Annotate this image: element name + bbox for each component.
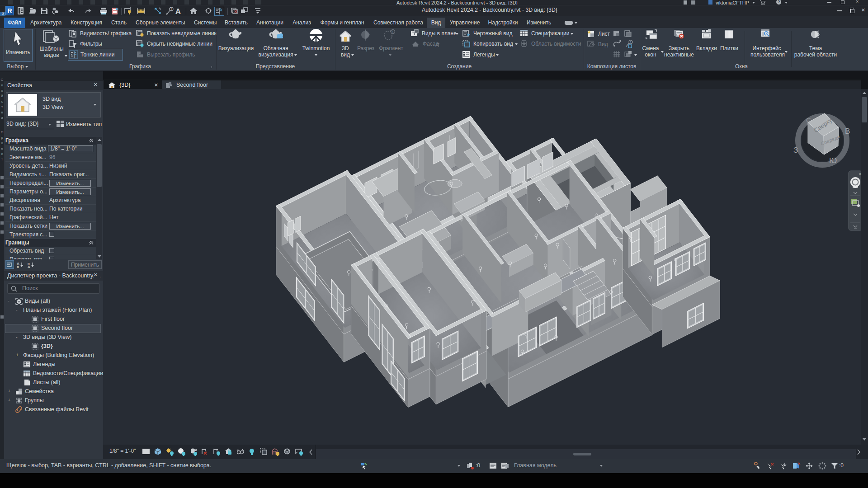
- svg-text:A: A: [175, 7, 181, 15]
- svg-text:1: 1: [392, 31, 394, 33]
- svg-text:А: А: [28, 265, 30, 268]
- svg-text:З: З: [793, 146, 798, 155]
- svg-text:1: 1: [630, 41, 632, 44]
- svg-text:1: 1: [170, 8, 172, 11]
- svg-text:я: я: [17, 265, 19, 268]
- svg-text:Ю: Ю: [829, 156, 837, 165]
- svg-text:В: В: [845, 127, 850, 136]
